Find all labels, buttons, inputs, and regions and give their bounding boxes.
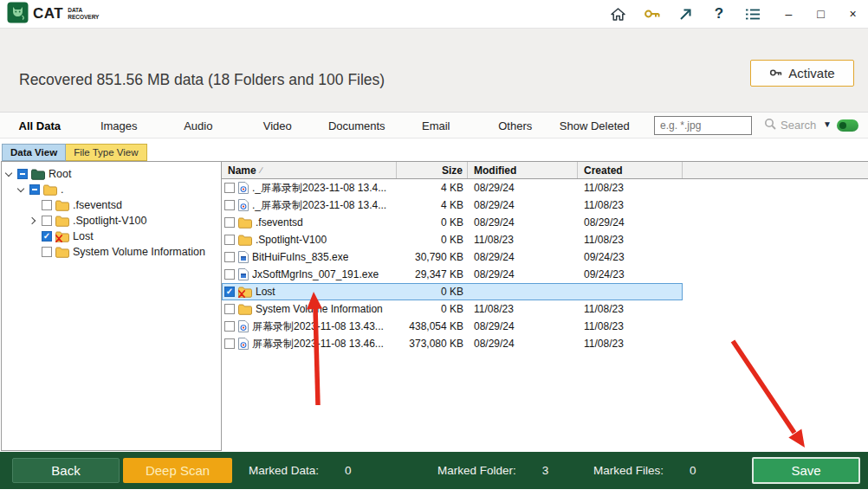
file-name: ._屏幕录制2023-11-08 13.4...	[252, 198, 386, 213]
tab-video[interactable]: Video	[238, 119, 318, 132]
tree-item-label: Lost	[73, 230, 94, 242]
search-group[interactable]: Search	[764, 118, 816, 132]
expander-placeholder	[28, 247, 38, 257]
folder-icon	[238, 217, 252, 229]
column-header-created[interactable]: Created	[578, 162, 683, 178]
file-modified: 08/29/24	[468, 199, 578, 211]
row-checkbox-unchecked[interactable]	[224, 304, 235, 314]
folder-deleted-icon	[55, 231, 69, 242]
file-modified: 08/29/24	[468, 338, 578, 350]
back-button[interactable]: Back	[12, 458, 120, 483]
column-header-modified[interactable]: Modified	[468, 162, 578, 178]
tab-audio[interactable]: Audio	[159, 119, 238, 132]
tree-checkbox-checked[interactable]	[42, 231, 52, 242]
tree-checkbox-unchecked[interactable]	[42, 216, 52, 226]
tab-documents[interactable]: Documents	[317, 119, 397, 132]
table-row[interactable]: .fseventsd0 KB08/29/2408/29/24	[222, 214, 683, 231]
folder-tree-panel: Root..fseventsd.Spotlight-V100LostSystem…	[1, 161, 222, 451]
marked-files-stat: Marked Files: 0	[593, 452, 696, 489]
table-row[interactable]: System Volume Information0 KB11/08/2311/…	[222, 300, 683, 318]
tree-item[interactable]: .fseventsd	[2, 197, 221, 213]
tree-checkbox-unchecked[interactable]	[42, 247, 52, 257]
tree-checkbox-partial[interactable]	[17, 169, 28, 179]
row-checkbox-unchecked[interactable]	[224, 217, 235, 228]
file-size: 0 KB	[397, 216, 468, 229]
file-size: 438,054 KB	[397, 320, 468, 332]
file-modified: 08/29/24	[468, 216, 578, 229]
file-created: 09/24/23	[578, 268, 683, 280]
table-row-selected[interactable]: Lost0 KB	[222, 283, 683, 300]
table-row[interactable]: JxSoftMgrIns_007_191.exe29,347 KB08/29/2…	[222, 266, 683, 283]
minimize-button[interactable]: –	[782, 7, 795, 21]
tab-images[interactable]: Images	[80, 119, 159, 132]
table-row[interactable]: BitHuiFuIns_835.exe30,790 KB08/29/2409/2…	[222, 248, 683, 266]
row-checkbox-unchecked[interactable]	[224, 183, 235, 193]
file-modified: 11/08/23	[468, 303, 578, 315]
table-row[interactable]: 屏幕录制2023-11-08 13.43...438,054 KB08/29/2…	[222, 318, 683, 335]
deep-scan-button[interactable]: Deep Scan	[123, 458, 232, 483]
chevron-right-icon[interactable]	[28, 216, 38, 226]
home-icon[interactable]	[609, 5, 626, 23]
table-row[interactable]: .Spotlight-V1000 KB11/08/2311/08/23	[222, 231, 683, 248]
tree-checkbox-partial[interactable]	[29, 184, 40, 195]
help-icon[interactable]: ?	[710, 5, 728, 23]
file-size: 30,790 KB	[397, 251, 468, 263]
file-name: System Volume Information	[256, 303, 383, 315]
filter-tabs: All Data Images Audio Video Documents Em…	[0, 113, 634, 138]
tree-checkbox-unchecked[interactable]	[42, 200, 52, 210]
file-name: .Spotlight-V100	[256, 234, 327, 246]
table-row[interactable]: ._屏幕录制2023-11-08 13.4...4 KB08/29/2411/0…	[222, 179, 683, 196]
cat-logo-icon	[7, 2, 29, 27]
tree-item-label: .Spotlight-V100	[73, 215, 146, 227]
row-checkbox-unchecked[interactable]	[224, 269, 235, 280]
row-checkbox-unchecked[interactable]	[224, 338, 235, 349]
key-icon[interactable]	[643, 5, 660, 23]
row-checkbox-unchecked[interactable]	[224, 252, 235, 262]
share-arrow-icon[interactable]	[677, 5, 694, 23]
tab-file-type-view[interactable]: File Type View	[66, 144, 146, 161]
table-row[interactable]: ._屏幕录制2023-11-08 13.4...4 KB08/29/2411/0…	[222, 196, 683, 214]
file-modified: 08/29/24	[468, 182, 578, 194]
maximize-button[interactable]: □	[814, 7, 827, 21]
tree-item[interactable]: .Spotlight-V100	[2, 213, 221, 229]
menu-icon[interactable]	[744, 5, 761, 23]
column-header-name[interactable]: Name ∕	[222, 162, 397, 178]
table-row[interactable]: 屏幕录制2023-11-08 13.46...373,080 KB08/29/2…	[222, 335, 683, 352]
tree-item[interactable]: Lost	[2, 229, 221, 244]
row-checkbox-checked[interactable]	[224, 287, 235, 297]
search-input[interactable]	[654, 116, 752, 135]
close-button[interactable]: ×	[846, 7, 859, 21]
sort-indicator-icon: ∕	[261, 165, 262, 175]
column-header-size[interactable]: Size	[397, 162, 468, 178]
tab-all-data[interactable]: All Data	[0, 119, 80, 132]
row-checkbox-unchecked[interactable]	[224, 321, 235, 332]
marked-data-label: Marked Data:	[249, 464, 319, 477]
save-button[interactable]: Save	[752, 457, 860, 484]
row-checkbox-unchecked[interactable]	[224, 235, 235, 245]
tab-others[interactable]: Others	[476, 119, 555, 132]
folder-deleted-icon	[238, 287, 252, 298]
file-created: 08/29/24	[578, 216, 683, 229]
tab-email[interactable]: Email	[397, 119, 476, 132]
cell-name: ._屏幕录制2023-11-08 13.4...	[222, 198, 397, 213]
chevron-down-icon[interactable]	[3, 169, 14, 179]
filter-toggle-icon[interactable]	[837, 119, 858, 132]
row-checkbox-unchecked[interactable]	[224, 200, 235, 210]
tree-item[interactable]: .	[2, 182, 221, 197]
cell-name: .Spotlight-V100	[222, 234, 397, 246]
activate-button[interactable]: Activate	[750, 60, 854, 87]
file-name: JxSoftMgrIns_007_191.exe	[252, 268, 379, 280]
chevron-down-icon[interactable]	[16, 184, 26, 195]
tab-show-deleted[interactable]: Show Deleted	[555, 119, 635, 132]
tree-item[interactable]: Root	[2, 166, 221, 182]
tree-item[interactable]: System Volume Information	[2, 244, 221, 260]
exe-file-icon	[238, 251, 249, 263]
titlebar: CAT DATA RECOVERY ? – □ ×	[0, 0, 868, 29]
marked-data-value: 0	[345, 464, 352, 477]
tab-data-view[interactable]: Data View	[2, 144, 66, 161]
file-modified: 08/29/24	[468, 251, 578, 263]
tree-item-label: .fseventsd	[73, 199, 122, 211]
exe-file-icon	[238, 268, 249, 280]
file-size: 4 KB	[397, 182, 468, 194]
dropdown-caret-icon[interactable]: ▼	[823, 120, 832, 129]
